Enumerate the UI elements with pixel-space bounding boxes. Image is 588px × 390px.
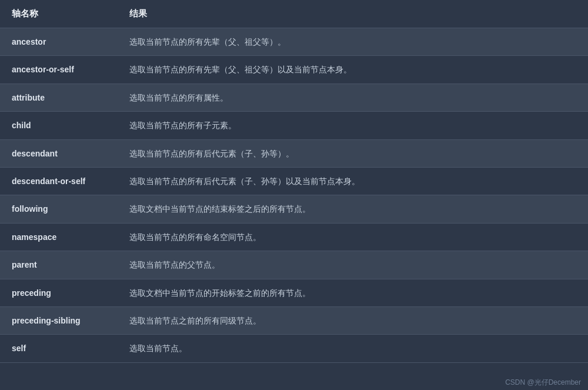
table-row: namespace选取当前节点的所有命名空间节点。 [0,223,588,251]
description-cell: 选取当前节点的所有子元素。 [118,112,588,139]
axis-cell: preceding [0,279,118,306]
table-body: ancestor选取当前节点的所有先辈（父、祖父等）。ancestor-or-s… [0,28,588,363]
footer: CSDN @光仔December [0,375,588,390]
table-row: parent选取当前节点的父节点。 [0,251,588,279]
table-row: following选取文档中当前节点的结束标签之后的所有节点。 [0,195,588,223]
credit-text: CSDN @光仔December [505,378,581,386]
description-cell: 选取文档中当前节点的结束标签之后的所有节点。 [118,195,588,223]
table-container: 轴名称 结果 ancestor选取当前节点的所有先辈（父、祖父等）。ancest… [0,0,588,375]
axis-cell: ancestor-or-self [0,56,118,84]
axis-cell: self [0,335,118,362]
col-axis-header: 轴名称 [0,0,118,28]
table-row: child选取当前节点的所有子元素。 [0,112,588,139]
table-row: ancestor选取当前节点的所有先辈（父、祖父等）。 [0,28,588,56]
table-row: preceding-sibling选取当前节点之前的所有同级节点。 [0,306,588,334]
header-row: 轴名称 结果 [0,0,588,28]
axis-cell: preceding-sibling [0,306,118,334]
description-cell: 选取当前节点。 [118,335,588,362]
description-cell: 选取文档中当前节点的开始标签之前的所有节点。 [118,279,588,306]
description-cell: 选取当前节点的所有先辈（父、祖父等）以及当前节点本身。 [118,56,588,84]
axis-cell: following [0,195,118,223]
description-cell: 选取当前节点的所有后代元素（子、孙等）。 [118,139,588,167]
table-header: 轴名称 结果 [0,0,588,28]
axis-cell: child [0,112,118,139]
table-row: descendant选取当前节点的所有后代元素（子、孙等）。 [0,139,588,167]
description-cell: 选取当前节点的所有先辈（父、祖父等）。 [118,28,588,56]
table-row: descendant-or-self选取当前节点的所有后代元素（子、孙等）以及当… [0,167,588,195]
axis-cell: attribute [0,84,118,111]
col-result-header: 结果 [118,0,588,28]
description-cell: 选取当前节点的所有命名空间节点。 [118,223,588,251]
description-cell: 选取当前节点的所有后代元素（子、孙等）以及当前节点本身。 [118,167,588,195]
description-cell: 选取当前节点的所有属性。 [118,84,588,111]
axis-table: 轴名称 结果 ancestor选取当前节点的所有先辈（父、祖父等）。ancest… [0,0,588,363]
axis-cell: ancestor [0,28,118,56]
axis-cell: descendant [0,139,118,167]
axis-cell: namespace [0,223,118,251]
axis-cell: parent [0,251,118,279]
axis-cell: descendant-or-self [0,167,118,195]
description-cell: 选取当前节点之前的所有同级节点。 [118,306,588,334]
table-row: preceding选取文档中当前节点的开始标签之前的所有节点。 [0,279,588,306]
table-row: ancestor-or-self选取当前节点的所有先辈（父、祖父等）以及当前节点… [0,56,588,84]
table-row: attribute选取当前节点的所有属性。 [0,84,588,111]
table-row: self选取当前节点。 [0,335,588,362]
description-cell: 选取当前节点的父节点。 [118,251,588,279]
